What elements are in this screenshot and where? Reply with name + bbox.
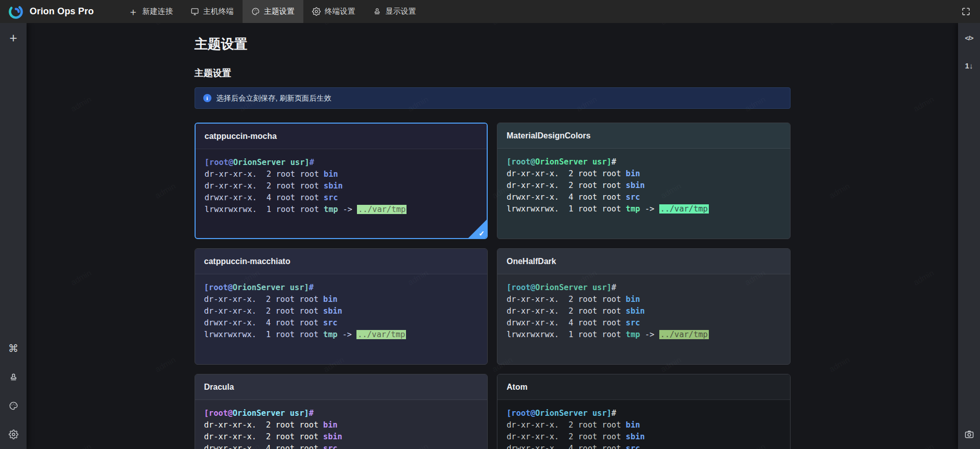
terminal-line: [root@OrionServer usr]#: [204, 408, 479, 419]
terminal-line: dr-xr-xr-x. 2 root root bin: [507, 419, 781, 431]
terminal-line: dr-xr-xr-x. 2 root root sbin: [204, 431, 479, 443]
terminal-segment: OrionServer: [535, 409, 588, 418]
nav-host-terminal[interactable]: 主机终端: [182, 0, 243, 23]
theme-card[interactable]: MaterialDesignColors [root@OrionServer u…: [497, 123, 791, 239]
watermark-text: admin: [69, 268, 93, 287]
sort-lines-button[interactable]: 1↓: [962, 58, 977, 73]
screenshot-button[interactable]: [962, 427, 977, 442]
fullscreen-button[interactable]: [961, 7, 971, 16]
sort-lines-icon: 1↓: [965, 61, 973, 70]
terminal-segment: bin: [626, 295, 640, 304]
nav-terminal-settings[interactable]: 终端设置: [303, 0, 364, 23]
app-title: Orion Ops Pro: [30, 6, 94, 17]
terminal-segment: sbin: [324, 181, 343, 191]
theme-card[interactable]: Dracula [root@OrionServer usr]#dr-xr-xr-…: [195, 374, 488, 449]
left-sidebar: + ⌘: [0, 23, 27, 449]
terminal-line: dr-xr-xr-x. 2 root root bin: [204, 294, 479, 305]
terminal-segment: dr-xr-xr-x. 2 root root: [205, 170, 324, 179]
terminal-line: [root@OrionServer usr]#: [507, 282, 781, 294]
theme-card[interactable]: catppuccin-macchiato [root@OrionServer u…: [195, 248, 488, 365]
nav-theme-settings[interactable]: 主题设置: [243, 0, 303, 23]
theme-card-title: catppuccin-macchiato: [204, 257, 291, 266]
terminal-preview: [root@OrionServer usr]#dr-xr-xr-x. 2 roo…: [195, 400, 488, 449]
theme-card-title: Dracula: [204, 383, 234, 392]
monitor-icon: [190, 7, 199, 16]
terminal-segment: dr-xr-xr-x. 2 root root: [507, 295, 626, 304]
terminal-preview: [root@OrionServer usr]#dr-xr-xr-x. 2 roo…: [195, 274, 488, 348]
terminal-line: dr-xr-xr-x. 2 root root bin: [205, 169, 478, 180]
terminal-segment: drwxr-xr-x. 4 root root: [204, 444, 323, 449]
terminal-line: drwxr-xr-x. 4 root root src: [507, 192, 781, 203]
terminal-line: dr-xr-xr-x. 2 root root sbin: [204, 305, 479, 317]
terminal-line: drwxr-xr-x. 4 root root src: [204, 443, 479, 449]
main-content: adminadminadminadminadminadminadminadmin…: [27, 23, 958, 449]
display-settings-button[interactable]: [6, 369, 21, 385]
add-tab-button[interactable]: +: [6, 30, 21, 45]
terminal-segment: usr]: [285, 283, 309, 292]
terminal-segment: dr-xr-xr-x. 2 root root: [507, 432, 626, 441]
terminal-segment: [root@: [204, 283, 233, 292]
terminal-segment: bin: [626, 420, 640, 430]
terminal-segment: ../var/tmp: [356, 330, 406, 339]
watermark-text: admin: [827, 355, 851, 374]
check-icon: ✓: [479, 229, 485, 238]
main-nav: ＋ 新建连接 主机终端 主题设置 终端设置: [119, 0, 425, 23]
nav-display-settings[interactable]: 显示设置: [364, 0, 425, 23]
terminal-segment: src: [323, 318, 338, 327]
code-panel-button[interactable]: </>: [962, 30, 977, 45]
terminal-segment: OrionServer: [233, 409, 285, 418]
terminal-segment: [root@: [507, 283, 535, 292]
shortcut-command-button[interactable]: ⌘: [6, 341, 21, 356]
gear-icon: [312, 7, 321, 16]
terminal-segment: drwxr-xr-x. 4 root root: [507, 318, 626, 327]
watermark-text: admin: [69, 94, 93, 113]
terminal-segment: dr-xr-xr-x. 2 root root: [204, 432, 323, 441]
info-alert: i 选择后会立刻保存, 刷新页面后生效: [195, 87, 791, 109]
terminal-segment: OrionServer: [233, 158, 286, 167]
terminal-segment: #: [611, 283, 616, 292]
watermark-text: admin: [912, 268, 936, 287]
theme-card-header: MaterialDesignColors: [497, 123, 790, 149]
plus-icon: ＋: [128, 7, 138, 17]
nav-label: 主题设置: [264, 7, 295, 16]
terminal-segment: drwxr-xr-x. 4 root root: [205, 193, 324, 202]
terminal-segment: sbin: [626, 306, 644, 316]
terminal-line: drwxr-xr-x. 4 root root src: [205, 192, 478, 204]
terminal-line: drwxr-xr-x. 4 root root src: [507, 443, 781, 449]
terminal-segment: [root@: [507, 409, 535, 418]
terminal-segment: OrionServer: [233, 283, 285, 292]
terminal-segment: src: [626, 193, 640, 202]
nav-label: 新建连接: [142, 7, 173, 16]
terminal-segment: drwxr-xr-x. 4 root root: [507, 193, 626, 202]
terminal-line: [root@OrionServer usr]#: [204, 282, 479, 294]
terminal-segment: usr]: [588, 157, 612, 167]
terminal-segment: bin: [626, 169, 640, 178]
nav-new-connection[interactable]: ＋ 新建连接: [119, 0, 182, 23]
terminal-segment: OrionServer: [535, 157, 588, 167]
terminal-segment: ->: [640, 330, 659, 339]
terminal-segment: usr]: [588, 409, 612, 418]
terminal-segment: #: [309, 158, 314, 167]
terminal-segment: bin: [323, 420, 338, 430]
settings-button[interactable]: [6, 427, 21, 442]
fullscreen-icon: [961, 7, 971, 16]
theme-card[interactable]: Atom [root@OrionServer usr]#dr-xr-xr-x. …: [497, 374, 791, 449]
watermark-text: admin: [153, 355, 177, 374]
terminal-line: dr-xr-xr-x. 2 root root sbin: [205, 180, 478, 192]
terminal-segment: OrionServer: [535, 283, 588, 292]
theme-settings-button[interactable]: [6, 398, 21, 413]
terminal-preview: [root@OrionServer usr]#dr-xr-xr-x. 2 roo…: [497, 149, 790, 223]
theme-card[interactable]: OneHalfDark [root@OrionServer usr]#dr-xr…: [497, 248, 791, 365]
brand: Orion Ops Pro: [0, 3, 101, 20]
terminal-segment: [root@: [205, 158, 233, 167]
info-alert-text: 选择后会立刻保存, 刷新页面后生效: [217, 93, 332, 103]
nav-label: 终端设置: [325, 7, 355, 16]
theme-card[interactable]: catppuccin-mocha [root@OrionServer usr]#…: [195, 123, 488, 239]
camera-icon: [964, 429, 974, 439]
terminal-line: lrwxrwxrwx. 1 root root tmp -> ../var/tm…: [507, 329, 781, 341]
terminal-line: drwxr-xr-x. 4 root root src: [204, 317, 479, 329]
nav-label: 主机终端: [203, 7, 234, 16]
terminal-segment: src: [324, 193, 338, 202]
terminal-segment: #: [309, 283, 314, 292]
terminal-segment: usr]: [588, 283, 612, 292]
